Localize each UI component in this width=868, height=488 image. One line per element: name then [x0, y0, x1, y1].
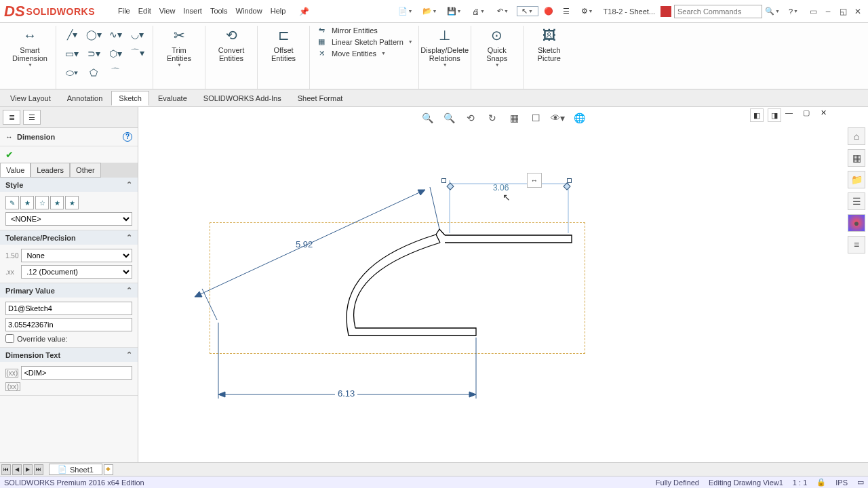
dimension-value-1[interactable]: 5.92	[296, 239, 313, 249]
sheet-last-icon[interactable]: ⏭	[34, 464, 43, 475]
pm-tab-leaders[interactable]: Leaders	[31, 163, 70, 178]
spline-tool[interactable]: ∿▾	[105, 26, 125, 43]
dimtext-prefix-icon[interactable]: (xx)	[5, 369, 18, 378]
selection-handle[interactable]	[567, 178, 572, 183]
status-lock-icon[interactable]: 🔒	[816, 478, 826, 487]
collapse-icon[interactable]: ⌃	[126, 233, 132, 242]
pin-icon[interactable]: 📌	[299, 7, 309, 16]
print-button[interactable]: 🖨▼	[468, 7, 490, 16]
menu-insert[interactable]: Insert	[183, 7, 202, 16]
tab-sheet-format[interactable]: Sheet Format	[290, 91, 351, 106]
collapse-icon[interactable]: ⌃	[126, 286, 132, 295]
sheet-prev-icon[interactable]: ◀	[12, 464, 22, 475]
dimension-edit-value[interactable]: 3.06	[493, 183, 509, 192]
style-btn-3[interactable]: ☆	[35, 196, 49, 209]
dimtext-suffix-icon[interactable]: (xx)	[5, 382, 20, 391]
dimension-value-2[interactable]: 6.13	[335, 388, 357, 399]
close-icon[interactable]: ✕	[852, 6, 864, 17]
tab-view-layout[interactable]: View Layout	[3, 91, 58, 106]
pm-tab-other[interactable]: Other	[70, 163, 101, 178]
collapse-icon[interactable]: ⌃	[126, 350, 132, 359]
tab-annotation[interactable]: Annotation	[60, 91, 111, 106]
tab-evaluate[interactable]: Evaluate	[151, 91, 195, 106]
menu-help[interactable]: Help	[271, 7, 286, 16]
dimension-text-input[interactable]	[21, 366, 132, 380]
drawing-canvas[interactable]: 🔍 🔍 ⟲ ↻ ▦ ☐ 👁▾ 🌐 ◧ ◨ — ▢ ✕	[138, 107, 868, 462]
tp-view-palette-icon[interactable]: ●	[848, 214, 865, 232]
options-list-button[interactable]: ☰	[559, 4, 574, 19]
pm-header: ↔ Dimension ?	[0, 128, 138, 146]
move-entities-button[interactable]: ⤨Move Entities ▼	[315, 49, 413, 58]
new-button[interactable]: 📄▼	[395, 7, 416, 16]
sketch-picture-button[interactable]: 🖼 Sketch Picture	[529, 26, 570, 62]
pm-tab-2[interactable]: ☰	[23, 110, 41, 125]
sheet-next-icon[interactable]: ▶	[23, 464, 33, 475]
rect-tool[interactable]: ▭▾	[62, 45, 82, 62]
open-button[interactable]: 📂▼	[419, 7, 441, 16]
menu-view[interactable]: View	[159, 7, 176, 16]
primary-value-input[interactable]	[5, 318, 132, 331]
linear-pattern-button[interactable]: ▦Linear Sketch Pattern ▼	[315, 37, 413, 46]
undo-button[interactable]: ↶▼	[492, 7, 514, 16]
selection-handle[interactable]	[441, 178, 446, 183]
quick-snaps-button[interactable]: ⊙ Quick Snaps ▼	[477, 26, 517, 67]
style-select[interactable]: <NONE>	[5, 212, 132, 226]
search-icon[interactable]: 🔍▼	[765, 4, 780, 19]
menu-edit[interactable]: Edit	[138, 7, 151, 16]
arc-tool[interactable]: ◡▾	[127, 26, 147, 43]
style-btn-2[interactable]: ★	[20, 196, 34, 209]
menu-file[interactable]: File	[118, 7, 130, 16]
collapse-icon[interactable]: ⌃	[126, 180, 132, 189]
minimize-icon[interactable]: –	[822, 6, 834, 17]
tp-file-explorer-icon[interactable]: ☰	[848, 192, 865, 210]
minimize-inner-icon[interactable]: ▭	[807, 6, 819, 17]
tolerance-select[interactable]: None	[21, 249, 132, 262]
help-button[interactable]: ?▼	[783, 7, 804, 16]
search-input[interactable]	[674, 5, 762, 18]
fillet-tool[interactable]: ⌒▾	[127, 45, 147, 62]
menu-tools[interactable]: Tools	[210, 7, 228, 16]
save-button[interactable]: 💾▼	[443, 7, 465, 16]
settings-button[interactable]: ⚙▼	[576, 7, 598, 16]
convert-entities-button[interactable]: ⟲ Convert Entities	[211, 26, 252, 62]
tp-design-library-icon[interactable]: 📁	[848, 171, 865, 188]
circle-tool[interactable]: ◯▾	[83, 26, 104, 43]
status-scale[interactable]: 1 : 1	[793, 479, 807, 487]
mirror-entities-button[interactable]: ⇋Mirror Entities	[315, 26, 413, 35]
pm-tab-1[interactable]: ≣	[3, 110, 20, 125]
pm-tab-value[interactable]: Value	[0, 163, 31, 178]
display-delete-relations-button[interactable]: ⊥ Display/Delete Relations ▼	[425, 26, 465, 67]
precision-select[interactable]: .12 (Document)	[21, 265, 132, 279]
tp-home-icon[interactable]: ⌂	[848, 127, 865, 145]
tp-resources-icon[interactable]: ▦	[848, 149, 865, 167]
style-btn-1[interactable]: ✎	[5, 196, 19, 209]
text-tool[interactable]: ⌒	[105, 64, 125, 81]
primary-value-name-input[interactable]	[5, 302, 132, 315]
ellipse-tool[interactable]: ⬭▾	[62, 64, 82, 81]
tab-sketch[interactable]: Sketch	[111, 91, 149, 106]
rebuild-button[interactable]: 🔴	[541, 4, 556, 19]
slot-tool[interactable]: ⊃▾	[83, 45, 104, 62]
polygon-tool[interactable]: ⬡▾	[105, 45, 125, 62]
tp-appearances-icon[interactable]: ≡	[848, 236, 865, 253]
status-units[interactable]: IPS	[835, 479, 848, 487]
sheet-tab[interactable]: 📄 Sheet1	[49, 464, 102, 475]
status-flag-icon[interactable]: ▭	[857, 478, 864, 487]
sheet-first-icon[interactable]: ⏮	[1, 464, 11, 475]
menu-window[interactable]: Window	[236, 7, 262, 16]
restore-icon[interactable]: ◱	[837, 6, 849, 17]
trim-entities-button[interactable]: ✂ Trim Entities ▼	[159, 26, 199, 67]
offset-entities-button[interactable]: ⊏ Offset Entities	[263, 26, 304, 62]
style-btn-5[interactable]: ★	[65, 196, 79, 209]
select-button[interactable]: ↖▼	[517, 6, 538, 16]
pm-help-icon[interactable]: ?	[123, 132, 132, 142]
override-checkbox[interactable]	[5, 334, 14, 343]
smart-dimension-button[interactable]: ↔ Smart Dimension ▼	[9, 26, 50, 67]
dimension-palette-icon[interactable]: ↔	[527, 173, 542, 188]
add-sheet-icon[interactable]: ✚	[104, 464, 113, 475]
ok-check-icon[interactable]: ✔	[5, 149, 14, 160]
point-tool[interactable]: ⬠	[83, 64, 104, 81]
style-btn-4[interactable]: ★	[50, 196, 64, 209]
tab-addins[interactable]: SOLIDWORKS Add-Ins	[196, 91, 289, 106]
line-tool[interactable]: ╱▾	[62, 26, 82, 43]
